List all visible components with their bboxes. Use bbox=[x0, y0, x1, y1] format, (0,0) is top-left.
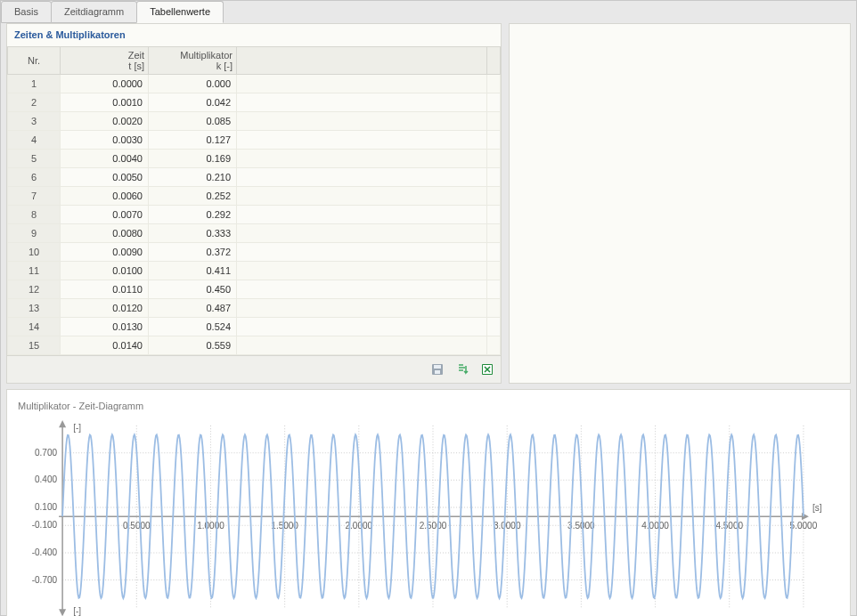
cell-mult[interactable]: 0.333 bbox=[149, 224, 237, 243]
table-row[interactable]: 10.00000.000 bbox=[8, 75, 501, 93]
cell-nr: 8 bbox=[8, 206, 61, 224]
table-toolbar bbox=[7, 355, 501, 383]
table-row[interactable]: 50.00400.169 bbox=[8, 150, 501, 168]
side-panel bbox=[509, 23, 851, 384]
cell-zeit[interactable]: 0.0070 bbox=[61, 206, 149, 224]
svg-text:5.0000: 5.0000 bbox=[790, 521, 818, 531]
cell-mult[interactable]: 0.450 bbox=[149, 280, 237, 299]
cell-empty bbox=[237, 187, 487, 206]
cell-empty bbox=[237, 168, 487, 187]
table-row[interactable]: 30.00200.085 bbox=[8, 112, 501, 131]
cell-mult[interactable]: 0.085 bbox=[149, 112, 237, 131]
cell-zeit[interactable]: 0.0000 bbox=[61, 75, 149, 93]
cell-empty bbox=[237, 262, 487, 280]
cell-zeit[interactable]: 0.0120 bbox=[61, 299, 149, 318]
cell-empty bbox=[237, 336, 487, 355]
cell-zeit[interactable]: 0.0080 bbox=[61, 224, 149, 243]
tab-zeitdiagramm[interactable]: Zeitdiagramm bbox=[51, 1, 137, 23]
cell-zeit[interactable]: 0.0020 bbox=[61, 112, 149, 131]
cell-mult[interactable]: 0.292 bbox=[149, 206, 237, 224]
svg-rect-2 bbox=[435, 370, 440, 374]
table-row[interactable]: 40.00300.127 bbox=[8, 131, 501, 150]
col-nr[interactable]: Nr. bbox=[8, 47, 61, 75]
cell-empty bbox=[237, 150, 487, 168]
cell-mult[interactable]: 0.559 bbox=[149, 336, 237, 355]
col-empty bbox=[237, 47, 487, 75]
scroll-gutter bbox=[487, 47, 501, 75]
col-zeit[interactable]: Zeitt [s] bbox=[61, 47, 149, 75]
cell-zeit[interactable]: 0.0090 bbox=[61, 243, 149, 262]
svg-text:[-]: [-] bbox=[73, 423, 81, 433]
cell-nr: 5 bbox=[8, 150, 61, 168]
cell-mult[interactable]: 0.042 bbox=[149, 93, 237, 112]
table-row[interactable]: 80.00700.292 bbox=[8, 206, 501, 224]
svg-text:4.0000: 4.0000 bbox=[641, 521, 669, 531]
cell-empty bbox=[237, 318, 487, 336]
table-row[interactable]: 60.00500.210 bbox=[8, 168, 501, 187]
cell-mult[interactable]: 0.000 bbox=[149, 75, 237, 93]
cell-empty bbox=[237, 112, 487, 131]
svg-text:-0.100: -0.100 bbox=[32, 520, 58, 530]
tab-basis[interactable]: Basis bbox=[1, 1, 52, 23]
cell-nr: 14 bbox=[8, 318, 61, 336]
svg-text:-0.400: -0.400 bbox=[32, 547, 58, 557]
chart-title: Multiplikator - Zeit-Diagramm bbox=[18, 401, 839, 411]
svg-text:-0.700: -0.700 bbox=[32, 575, 58, 585]
cell-nr: 2 bbox=[8, 93, 61, 112]
svg-text:2.5000: 2.5000 bbox=[420, 521, 447, 531]
table-row[interactable]: 130.01200.487 bbox=[8, 299, 501, 318]
cell-zeit[interactable]: 0.0050 bbox=[61, 168, 149, 187]
cell-mult[interactable]: 0.210 bbox=[149, 168, 237, 187]
cell-empty bbox=[237, 93, 487, 112]
cell-empty bbox=[237, 299, 487, 318]
table-row[interactable]: 150.01400.559 bbox=[8, 336, 501, 355]
cell-zeit[interactable]: 0.0140 bbox=[61, 336, 149, 355]
cell-nr: 7 bbox=[8, 187, 61, 206]
panel-title: Zeiten & Multiplikatoren bbox=[7, 24, 501, 46]
svg-text:[s]: [s] bbox=[812, 503, 822, 513]
cell-mult[interactable]: 0.487 bbox=[149, 299, 237, 318]
cell-mult[interactable]: 0.252 bbox=[149, 187, 237, 206]
svg-text:0.100: 0.100 bbox=[35, 502, 57, 512]
svg-text:4.5000: 4.5000 bbox=[715, 521, 743, 531]
tab-tabellenwerte[interactable]: Tabellenwerte bbox=[136, 1, 224, 23]
cell-nr: 11 bbox=[8, 262, 61, 280]
svg-text:0.400: 0.400 bbox=[35, 474, 57, 484]
table-row[interactable]: 140.01300.524 bbox=[8, 318, 501, 336]
table-row[interactable]: 110.01000.411 bbox=[8, 262, 501, 280]
cell-empty bbox=[237, 75, 487, 93]
cell-empty bbox=[237, 131, 487, 150]
cell-nr: 15 bbox=[8, 336, 61, 355]
cell-mult[interactable]: 0.372 bbox=[149, 243, 237, 262]
cell-zeit[interactable]: 0.0040 bbox=[61, 150, 149, 168]
chart-plot: -0.700-0.400-0.1000.1000.4000.7000.50001… bbox=[18, 417, 839, 616]
cell-mult[interactable]: 0.411 bbox=[149, 262, 237, 280]
cell-nr: 6 bbox=[8, 168, 61, 187]
table-row[interactable]: 120.01100.450 bbox=[8, 280, 501, 299]
cell-empty bbox=[237, 280, 487, 299]
cell-nr: 1 bbox=[8, 75, 61, 93]
save-icon[interactable] bbox=[428, 360, 447, 379]
cell-zeit[interactable]: 0.0010 bbox=[61, 93, 149, 112]
table-panel: Zeiten & Multiplikatoren Nr. Zeitt [s] M… bbox=[6, 23, 502, 384]
excel-export-icon[interactable] bbox=[477, 360, 497, 379]
cell-zeit[interactable]: 0.0110 bbox=[61, 280, 149, 299]
cell-zeit[interactable]: 0.0060 bbox=[61, 187, 149, 206]
table-row[interactable]: 90.00800.333 bbox=[8, 224, 501, 243]
svg-text:0.700: 0.700 bbox=[35, 448, 57, 458]
table-row[interactable]: 100.00900.372 bbox=[8, 243, 501, 262]
tabs: Basis Zeitdiagramm Tabellenwerte bbox=[1, 1, 856, 23]
col-mult[interactable]: Multiplikatork [-] bbox=[149, 47, 237, 75]
cell-nr: 10 bbox=[8, 243, 61, 262]
cell-zeit[interactable]: 0.0030 bbox=[61, 131, 149, 150]
cell-nr: 9 bbox=[8, 224, 61, 243]
cell-mult[interactable]: 0.169 bbox=[149, 150, 237, 168]
cell-zeit[interactable]: 0.0130 bbox=[61, 318, 149, 336]
cell-zeit[interactable]: 0.0100 bbox=[61, 262, 149, 280]
values-table[interactable]: Nr. Zeitt [s] Multiplikatork [-] 10.0000… bbox=[7, 46, 501, 355]
table-row[interactable]: 70.00600.252 bbox=[8, 187, 501, 206]
table-row[interactable]: 20.00100.042 bbox=[8, 93, 501, 112]
cell-mult[interactable]: 0.524 bbox=[149, 318, 237, 336]
cell-mult[interactable]: 0.127 bbox=[149, 131, 237, 150]
sort-icon[interactable] bbox=[453, 360, 472, 379]
